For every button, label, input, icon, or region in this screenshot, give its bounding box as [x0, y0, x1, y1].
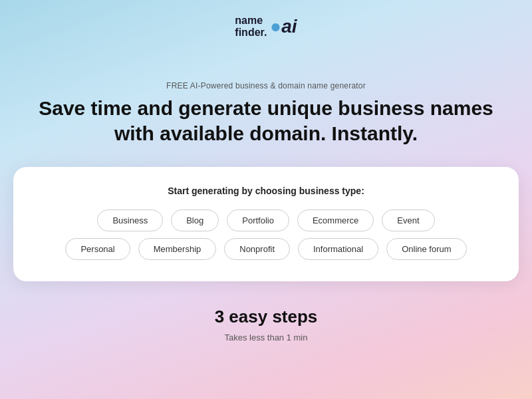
btn-portfolio[interactable]: Portfolio: [227, 209, 289, 231]
logo: name finder. ●ai: [235, 15, 297, 38]
bottom-section: 3 easy steps Takes less than 1 min: [215, 307, 318, 342]
buttons-row-1: Business Blog Portfolio Ecommerce Event: [40, 209, 492, 231]
page-subtitle: FREE AI-Powered business & domain name g…: [166, 81, 366, 90]
card-title: Start generating by choosing business ty…: [40, 186, 492, 196]
btn-business[interactable]: Business: [97, 209, 163, 231]
btn-blog[interactable]: Blog: [171, 209, 219, 231]
buttons-row-2: Personal Membership Nonprofit Informatio…: [40, 238, 492, 260]
logo-line2: finder.: [235, 27, 267, 39]
buttons-grid: Business Blog Portfolio Ecommerce Event …: [40, 209, 492, 260]
btn-nonprofit[interactable]: Nonprofit: [224, 238, 290, 260]
btn-informational[interactable]: Informational: [298, 238, 378, 260]
steps-subtitle: Takes less than 1 min: [224, 332, 307, 342]
btn-membership[interactable]: Membership: [138, 238, 217, 260]
main-headline: Save time and generate unique business n…: [25, 96, 507, 146]
btn-event[interactable]: Event: [382, 209, 434, 231]
btn-personal[interactable]: Personal: [65, 238, 130, 260]
header: name finder. ●ai: [0, 0, 532, 45]
btn-online-forum[interactable]: Online forum: [386, 238, 466, 260]
logo-ai: ●ai: [270, 16, 297, 37]
logo-line1: name: [235, 15, 267, 27]
logo-text-block: name finder.: [235, 15, 267, 38]
btn-ecommerce[interactable]: Ecommerce: [297, 209, 374, 231]
business-type-card: Start generating by choosing business ty…: [13, 167, 519, 281]
steps-title: 3 easy steps: [215, 307, 318, 327]
